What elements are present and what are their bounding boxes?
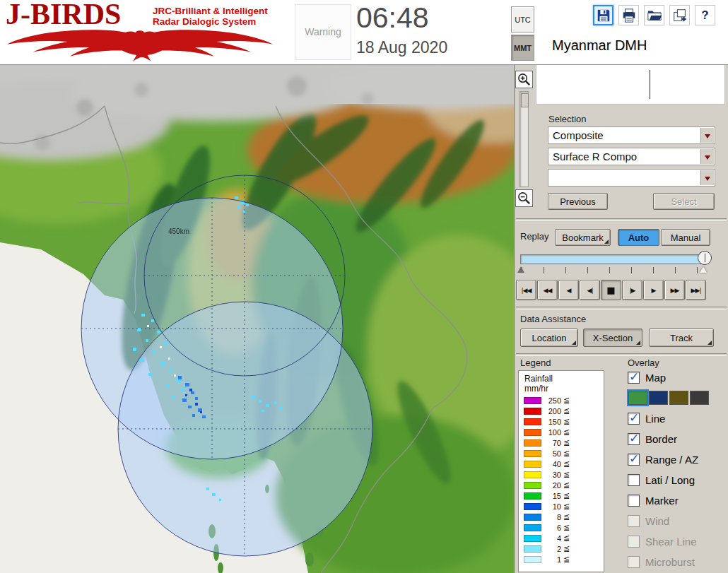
replay-slider-handle[interactable] [698,251,712,265]
legend-value: 2 [541,545,561,553]
timeline-start-marker[interactable] [517,266,524,273]
skip-to-start-button[interactable]: |◀◀ [516,280,536,300]
map-style-olive[interactable] [669,391,688,405]
manual-button[interactable]: Manual [661,229,710,246]
timezone-toggle: UTC MMT [511,6,534,63]
help-button[interactable]: ? [695,5,715,25]
save-button[interactable] [593,5,613,25]
legend-color-swatch [524,524,541,531]
border-checkbox-label: Border [645,433,677,445]
app-title: J-BIRDS [6,0,121,31]
location-button[interactable]: Location [520,329,578,347]
legend-color-swatch [524,461,541,468]
zoom-slider-thumb[interactable] [521,93,529,107]
legend-color-swatch [524,408,541,415]
legend-title: Legend [520,358,551,368]
playback-controls: |◀◀ ◀◀ ◀ ◀| ■ |▶ ▶ ▶▶ ▶▶| [516,280,706,300]
legend-value: 6 [541,524,561,532]
border-checkbox[interactable] [628,433,640,445]
zoom-in-button[interactable] [515,71,533,88]
legend-row: 6≦ [519,522,604,533]
map-checkbox[interactable] [628,372,640,384]
map-canvas[interactable] [0,65,515,573]
product-dropdown-value: Surface R Compo [548,150,637,163]
stop-button[interactable]: ■ [601,280,621,300]
range-az-checkbox-label: Range / AZ [645,454,698,466]
open-folder-button[interactable] [644,5,664,25]
legend-row: 70≦ [519,437,604,448]
category-dropdown-arrow[interactable] [700,128,714,143]
overlay-row-map: Map [628,370,728,384]
text-cursor [650,70,650,99]
legend-row: 15≦ [519,490,604,501]
lte-symbol: ≦ [563,502,570,511]
auto-button[interactable]: Auto [618,229,659,246]
mmt-button[interactable]: MMT [511,35,534,61]
legend-row: 100≦ [519,427,604,437]
legend-value: 100 [541,428,561,437]
step-back-button[interactable]: ◀| [580,280,600,300]
lte-symbol: ≦ [563,491,570,500]
bookmark-button[interactable]: Bookmark [555,229,611,246]
marker-checkbox[interactable] [628,495,640,507]
skip-to-end-button[interactable]: ▶▶| [686,280,706,300]
play-reverse-button[interactable]: ◀ [558,280,579,300]
clock-time: 06:48 [356,1,429,35]
print-button[interactable] [618,5,639,25]
wind-checkbox-label: Wind [645,515,669,527]
product-list-box[interactable] [536,65,725,105]
option-dropdown[interactable] [548,169,715,187]
x-section-button[interactable]: X-Section [583,329,642,347]
legend-color-swatch [524,471,541,478]
category-dropdown[interactable]: Composite [548,126,715,144]
fast-rewind-button[interactable]: ◀◀ [537,280,558,300]
legend-value: 70 [541,439,561,447]
overlay-row-marker: Marker [628,493,728,507]
export-button[interactable] [669,5,690,25]
legend-row: 30≦ [519,469,604,480]
timeline-ticks [522,267,698,273]
option-dropdown-arrow[interactable] [700,170,714,185]
legend-color-swatch [524,514,541,521]
org-name: Myanmar DMH [552,37,647,54]
track-button[interactable]: Track [649,329,714,347]
overlay-row-border: Border [628,432,728,446]
zoom-slider[interactable] [519,91,529,187]
step-forward-button[interactable]: |▶ [622,280,642,300]
legend-color-swatch [524,556,541,563]
map-style-navy[interactable] [649,391,668,405]
legend-row: 50≦ [519,448,604,459]
lte-symbol: ≦ [563,438,570,447]
zoom-out-button[interactable] [515,189,533,207]
replay-timeline-slider[interactable] [520,254,707,264]
lte-symbol: ≦ [563,427,570,437]
product-dropdown-arrow[interactable] [700,149,714,164]
legend-row: 4≦ [519,533,604,543]
map-style-terrain[interactable] [628,391,647,405]
timeline-end-marker[interactable] [700,266,707,273]
legend-color-swatch [524,492,541,500]
utc-button[interactable]: UTC [511,6,534,33]
legend-product-label: Rainfall [524,374,604,384]
range-az-checkbox[interactable] [628,454,640,466]
zoom-out-icon [517,191,532,206]
separator [516,353,727,356]
legend-value: 1 [541,555,561,564]
radar-map[interactable]: 450km [0,65,515,573]
play-button[interactable]: ▶ [643,280,664,300]
legend-color-swatch [524,482,541,489]
line-checkbox[interactable] [628,413,640,425]
product-dropdown[interactable]: Surface R Compo [548,148,715,165]
legend-value: 8 [541,513,561,521]
select-button[interactable]: Select [653,193,715,210]
lati-long-checkbox[interactable] [628,474,640,486]
legend-value: 4 [541,534,561,543]
previous-button[interactable]: Previous [548,193,608,210]
map-style-dark[interactable] [690,391,709,405]
fast-forward-button[interactable]: ▶▶ [664,280,685,300]
lte-symbol: ≦ [563,459,570,468]
legend-row: 2≦ [519,543,604,554]
legend-color-swatch [524,503,541,510]
lati-long-checkbox-label: Lati / Long [645,474,695,486]
app-tagline: JRC-Brilliant & Intelligent Radar Dialog… [153,6,268,27]
